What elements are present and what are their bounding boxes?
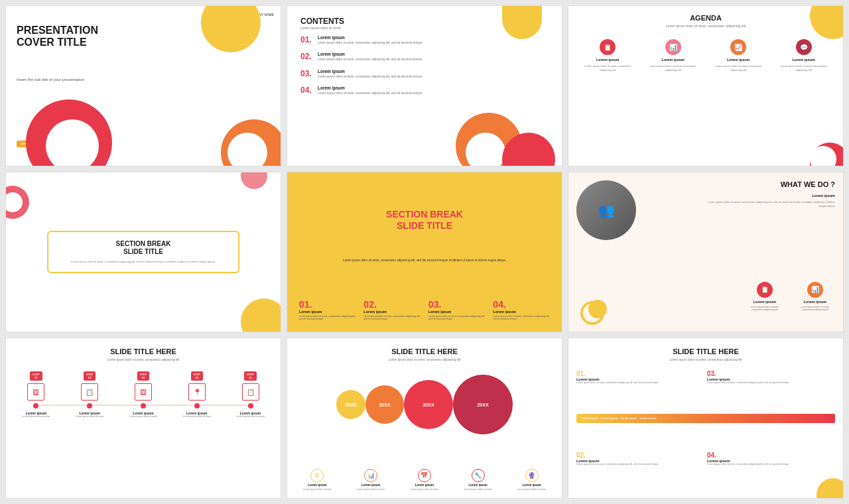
step-badge: STEP04 (191, 371, 203, 381)
deco-yellow-ring (580, 301, 604, 325)
step-dot (33, 403, 38, 409)
slide-steps: SLIDE TITLE HERE Lorem ipsum dolor sit a… (5, 338, 281, 499)
grid-item-3: 02. Lorem ipsum Lorem ipsum dolor sit am… (576, 452, 704, 493)
bottom-icon: 📅 (418, 469, 431, 482)
contents-subtitle: Lorem ipsum dolor sit amet (300, 26, 340, 30)
cover-title: PRESENTATIONCOVER TITLE (17, 25, 98, 48)
bottom-item-4: 🔧 Lorem ipsum Lorem ipsum dolor sit amet (454, 469, 501, 491)
list-item: 03. Lorem ipsum Lorem ipsum dolor sit am… (300, 69, 554, 79)
step-badge: STEP03 (137, 371, 149, 381)
num-large: 01. (299, 299, 312, 310)
num-label: Lorem ipsum (299, 310, 322, 314)
bottom-label: Lorem ipsum (415, 483, 434, 487)
bottom-item-1: ⚙ Lorem ipsum Lorem ipsum dolor sit amet (294, 469, 341, 491)
deco-yellow-bottom (241, 298, 281, 332)
arrow-label: Lorem ipsum (620, 416, 637, 420)
num-item-3: 03. Lorem ipsum Lorem ipsum dolor sit am… (428, 299, 486, 322)
list-item: 02. Lorem ipsum Lorem ipsum dolor sit am… (300, 52, 554, 62)
icon-circle: 📊 (665, 39, 681, 55)
bottom-item-5: 🔮 Lorem ipsum Lorem ipsum dolor sit amet (508, 469, 555, 491)
slide-section-break-white: SECTION BREAKSLIDE TITLE Lorem ipsum dol… (5, 172, 281, 333)
icon-body: Lorem ipsum dolor sit amet, consectetur … (745, 306, 785, 312)
step-4: STEP04 📍 Lorem ipsum Lorem ipsum dolor s… (173, 371, 220, 418)
bottom-body: Lorem ipsum dolor sit amet (464, 488, 492, 491)
num-item-4: 04. Lorem ipsum Lorem ipsum dolor sit am… (493, 299, 550, 322)
slide-cover: COMPANY NAME PRESENTATIONCOVER TITLE Ins… (5, 5, 281, 166)
step-body: Lorem ipsum dolor sit amet (22, 415, 50, 418)
icons-row: 📋 Lorem ipsum Lorem ipsum dolor sit amet… (745, 282, 835, 312)
step-2: STEP02 📋 Lorem ipsum Lorem ipsum dolor s… (66, 371, 113, 418)
photo-circle: 👥 (576, 180, 636, 240)
item-body: Lorem ipsum dolor sit amet, consectetur … (707, 463, 835, 466)
icon-circle: 📋 (600, 39, 616, 55)
circle-4: 20XX (453, 375, 513, 434)
deco-pink-top (241, 172, 267, 189)
step-icon: 📍 (188, 383, 206, 401)
arrow-label: Lorem ipsum (582, 416, 598, 420)
slide-numbered: SLIDE TITLE HERE Lorem ipsum dolor sit a… (568, 338, 844, 499)
icon-body: Lorem ipsum dolor sit amet, consectetur … (795, 306, 835, 312)
bottom-icon: ⚙ (310, 469, 324, 482)
section-box: SECTION BREAKSLIDE TITLE Lorem ipsum dol… (47, 231, 239, 273)
item-body: Lorem ipsum dolor sit amet, consectetur … (318, 41, 423, 45)
icon-circle: 📊 (807, 282, 823, 298)
slide-section-break-yellow: SECTION BREAKSLIDE TITLE Lorem ipsum dol… (287, 172, 562, 333)
num-item-2: 02. Lorem ipsum Lorem ipsum dolor sit am… (363, 299, 421, 322)
agenda-item-body: Lorem ipsum dolor sit amet consectetur a… (579, 64, 637, 72)
step-body: Lorem ipsum dolor sit amet (183, 415, 211, 418)
num-header: 04. (707, 452, 835, 459)
bottom-label: Lorem ipsum (522, 483, 541, 487)
item-body: Lorem ipsum dolor sit amet, consectetur … (318, 58, 423, 62)
num-body: Lorem ipsum dolor sit amet, consectetur … (493, 315, 550, 322)
num-large: 04. (493, 299, 505, 310)
item-title: Lorem ipsum (318, 52, 423, 56)
icon-item-2: 📊 Lorem ipsum Lorem ipsum dolor sit amet… (795, 282, 835, 312)
step-badge: STEP02 (84, 371, 96, 381)
item-num: 03. (300, 69, 312, 78)
num-large: 02. (363, 299, 376, 310)
arrow-label: Lorem ipsum (639, 416, 656, 420)
bottom-icon: 🔮 (525, 469, 539, 482)
num-label: Lorem ipsum (363, 310, 387, 314)
step-1: STEP01 🖼 Lorem ipsum Lorem ipsum dolor s… (13, 371, 60, 418)
num-header: 03. (707, 370, 835, 377)
bottom-body: Lorem ipsum dolor sit amet (411, 488, 438, 491)
icon-circle: 📈 (730, 39, 746, 55)
steps-row: STEP01 🖼 Lorem ipsum Lorem ipsum dolor s… (13, 371, 274, 418)
step-body: Lorem ipsum dolor sit amet (236, 415, 264, 418)
step-icon: 📋 (81, 383, 98, 401)
item-title: Lorem ipsum (318, 86, 423, 90)
bottom-body: Lorem ipsum dolor sit amet (357, 488, 385, 491)
arrow-bar: Lorem ipsum Lorem ipsum Lorem ipsum Lore… (576, 414, 835, 423)
slide-title: SLIDE TITLE HERE (673, 347, 739, 355)
num-item-1: 01. Lorem ipsum Lorem ipsum dolor sit am… (299, 299, 356, 322)
item-title: Lorem ipsum (318, 35, 423, 40)
bottom-icon: 🔧 (472, 469, 485, 482)
agenda-item-title: Lorem ipsum (596, 58, 620, 62)
slide-circles: SLIDE TITLE HERE Lorem ipsum dolor sit a… (287, 338, 562, 499)
step-icon: 📋 (242, 383, 259, 401)
agenda-icons-row: 📋 Lorem ipsum Lorem ipsum dolor sit amet… (575, 39, 836, 72)
bottom-label: Lorem ipsum (361, 483, 380, 487)
bottom-label: Lorem ipsum (469, 483, 488, 487)
num-large: 03. (428, 299, 441, 310)
what-subtitle: Lorem ipsum (812, 194, 835, 198)
slide-subtitle: Lorem ipsum dolor sit amet, consectetur … (670, 358, 742, 361)
deco-yellow-circle (201, 5, 261, 52)
photo-placeholder: 👥 (576, 180, 636, 240)
step-body: Lorem ipsum dolor sit amet (76, 415, 103, 418)
numbered-grid: 01. Lorem ipsum Lorem ipsum dolor sit am… (576, 370, 835, 493)
num-body: Lorem ipsum dolor sit amet, consectetur … (428, 315, 486, 322)
arrow-label: Lorem ipsum (601, 416, 618, 420)
agenda-item-title: Lorem ipsum (661, 58, 685, 62)
step-3: STEP03 🖼 Lorem ipsum Lorem ipsum dolor s… (120, 371, 167, 418)
list-item: 04. Lorem ipsum Lorem ipsum dolor sit am… (300, 86, 554, 95)
bottom-item-2: 📊 Lorem ipsum Lorem ipsum dolor sit amet (348, 469, 395, 491)
agenda-item-body: Lorem ipsum dolor sit amet consectetur a… (644, 64, 702, 72)
item-num: 04. (300, 86, 312, 95)
item-body: Lorem ipsum dolor sit amet, consectetur … (707, 381, 835, 385)
num-label: Lorem ipsum (493, 310, 516, 314)
bottom-body: Lorem ipsum dolor sit amet (303, 488, 331, 491)
grid-item-4: 04. Lorem ipsum Lorem ipsum dolor sit am… (707, 452, 835, 493)
bottom-body: Lorem ipsum dolor sit amet (517, 488, 545, 491)
